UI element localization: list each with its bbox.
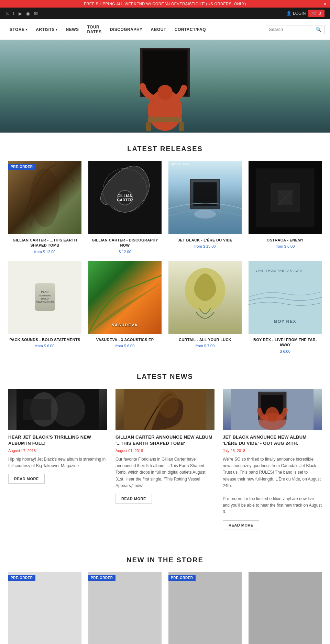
- product-card-os[interactable]: PRE-ORDER OSTRACA - ENEMY from $ 6.00: [249, 161, 322, 254]
- cart-count: 0: [319, 11, 321, 16]
- main-nav: STORE ▾ ARTISTS ▾ NEWS TOURDATES DISCOGR…: [0, 19, 330, 40]
- svg-point-24: [51, 392, 85, 427]
- close-banner-button[interactable]: ×: [324, 1, 327, 7]
- new-store-badge-1: PRE-ORDER: [8, 575, 35, 581]
- cart-icon: 🛒: [312, 11, 317, 16]
- product-image-br: BOY REX LIVE! FROM THE FAR-AWAY: [249, 261, 322, 334]
- new-store-card-3[interactable]: PRE-ORDER: [168, 572, 242, 644]
- product-name-va: VASUDEVA - 3 ACOUSTICS EP: [88, 337, 162, 342]
- product-price-ps: from $ 6.00: [8, 344, 81, 348]
- twitter-link[interactable]: 𝕏: [6, 11, 9, 16]
- cart-button[interactable]: 🛒 0: [308, 10, 324, 17]
- nav-artists[interactable]: ARTISTS ▾: [32, 20, 62, 39]
- svg-rect-6: [179, 122, 184, 131]
- news-card-2: GILLIAN CARTER ANNOUNCE NEW ALBUM '...TH…: [116, 389, 214, 530]
- product-image-os: PRE-ORDER: [249, 161, 322, 234]
- artists-dropdown-arrow: ▾: [56, 28, 58, 31]
- nav-about[interactable]: ABOUT: [147, 20, 170, 39]
- email-link[interactable]: ✉: [34, 11, 38, 16]
- promo-banner: FREE SHIPPING ALL WEEKEND W/ CODE 'ALOEV…: [0, 0, 330, 8]
- hero-banner: [0, 40, 330, 133]
- news-date-2: August 01, 2018: [116, 449, 214, 453]
- product-price-gc2: $ 12.00: [88, 250, 162, 254]
- login-link[interactable]: 👤 LOGIN: [286, 11, 306, 16]
- svg-point-7: [30, 168, 59, 227]
- news-card-1: HEAR JET BLACK'S THRILLING NEW ALBUM IN …: [8, 389, 107, 530]
- new-store-card-4[interactable]: [249, 572, 322, 644]
- product-price-os: from $ 6.00: [249, 244, 322, 248]
- product-name-ps: PACK SOUNDS - BOLD STATEMENTS: [8, 337, 81, 342]
- product-card-ps[interactable]: PACK SOUNDSBOLDSTATEMENTS PACK SOUNDS - …: [8, 261, 81, 353]
- svg-point-12: [194, 210, 216, 219]
- new-store-badge-2: PRE-ORDER: [88, 575, 116, 581]
- news-title-3: JET BLACK ANNOUNCE NEW ALBUM 'L'ÈRE DU V…: [223, 434, 322, 447]
- social-icons-group: 𝕏 f ▶ ◉ ✉: [6, 11, 38, 16]
- product-name-jb: JET BLACK - L'ÈRE DU VIDE: [168, 238, 242, 243]
- news-body-1: Hip hip hooray! Jet Black's new album is…: [8, 456, 107, 469]
- nav-store[interactable]: STORE ▾: [6, 20, 32, 39]
- news-body-3: We're SO so thrilled to finally announce…: [223, 456, 322, 516]
- read-more-button-3[interactable]: READ MorE: [223, 520, 259, 530]
- read-more-button-2[interactable]: READ MorE: [116, 494, 152, 504]
- hero-art: [0, 40, 330, 133]
- news-card-3: JET BLACK ANNOUNCE NEW ALBUM 'L'ÈRE DU V…: [223, 389, 322, 530]
- product-card-gc1[interactable]: PRE-ORDER GILLIAN CARTER - ...THIS EARTH…: [8, 161, 81, 254]
- new-store-badge-3: PRE-ORDER: [168, 575, 196, 581]
- news-image-2: [116, 389, 214, 430]
- news-title-1: HEAR JET BLACK'S THRILLING NEW ALBUM IN …: [8, 434, 107, 447]
- youtube-link[interactable]: ▶: [19, 11, 22, 16]
- read-more-button-1[interactable]: READ MoRE: [8, 474, 45, 484]
- promo-text: FREE SHIPPING ALL WEEKEND W/ CODE 'ALOEV…: [84, 2, 246, 6]
- news-image-1: [8, 389, 107, 430]
- svg-rect-11: [193, 182, 217, 206]
- latest-releases-section: LATEST RELEASES PRE-ORDER GILLIAN CARTER…: [0, 145, 330, 360]
- product-name-gc2: GILLIAN CARTER - DISCOGRAPHY NOW: [88, 238, 162, 248]
- new-store-card-2[interactable]: PRE-ORDER: [88, 572, 162, 644]
- new-store-image-2: PRE-ORDER: [88, 572, 162, 644]
- new-store-image-3: PRE-ORDER: [168, 572, 242, 644]
- svg-rect-4: [148, 117, 182, 122]
- product-name-cu: CURTAIL - ALL YOUR LUCK: [168, 337, 242, 342]
- news-date-3: July 23, 2018: [223, 449, 322, 453]
- new-store-image-1: PRE-ORDER: [8, 572, 81, 644]
- svg-rect-25: [23, 399, 51, 420]
- news-date-1: August 17, 2018: [8, 449, 107, 453]
- instagram-link[interactable]: ◉: [26, 11, 30, 16]
- product-price-jb: from $ 13.00: [168, 244, 242, 248]
- product-card-br[interactable]: BOY REX LIVE! FROM THE FAR-AWAY BOY REX …: [249, 261, 322, 353]
- search-icon[interactable]: 🔍: [316, 27, 321, 32]
- nav-tour-dates[interactable]: TOURDATES: [83, 18, 106, 41]
- nav-contact[interactable]: CONTACT/FAQ: [170, 20, 210, 39]
- store-dropdown-arrow: ▾: [26, 28, 28, 31]
- svg-rect-5: [146, 122, 151, 131]
- svg-point-32: [265, 407, 279, 422]
- news-body-2: Our favorite Floridians in Gillian Carte…: [116, 456, 214, 489]
- facebook-link[interactable]: f: [13, 11, 14, 16]
- news-image-3: [223, 389, 322, 430]
- new-store-image-4: [249, 572, 322, 644]
- product-card-cu[interactable]: CURTAIL - ALL YOUR LUCK from $ 7.00: [168, 261, 242, 353]
- search-input[interactable]: [269, 27, 314, 32]
- product-card-gc2[interactable]: GILLIANCARTER GILLIAN CARTER - DISCOGRAP…: [88, 161, 162, 254]
- product-image-cu: [168, 261, 242, 334]
- product-image-gc1: PRE-ORDER: [8, 161, 81, 234]
- nav-discography[interactable]: DISCOGRAPHY: [106, 20, 147, 39]
- new-store-card-1[interactable]: PRE-ORDER: [8, 572, 81, 644]
- svg-text:LIVE! FROM THE FAR-AWAY: LIVE! FROM THE FAR-AWAY: [256, 269, 303, 272]
- product-price-va: from $ 6.00: [88, 344, 162, 348]
- svg-text:BOY REX: BOY REX: [274, 319, 296, 324]
- user-icon: 👤: [286, 11, 292, 16]
- news-title-2: GILLIAN CARTER ANNOUNCE NEW ALBUM '...TH…: [116, 434, 214, 447]
- product-name-gc1: GILLIAN CARTER - ...THIS EARTH SHAPED TO…: [8, 238, 81, 248]
- new-in-store-section: NEW IN THE STORE PRE-ORDER PRE-ORDER PRE…: [0, 556, 330, 644]
- nav-links: STORE ▾ ARTISTS ▾ NEWS TOURDATES DISCOGR…: [6, 18, 210, 41]
- account-actions: 👤 LOGIN 🛒 0: [286, 10, 324, 17]
- hero-illustration: [96, 42, 234, 131]
- new-store-grid: PRE-ORDER PRE-ORDER PRE-ORDER: [0, 572, 330, 644]
- latest-releases-title: LATEST RELEASES: [0, 145, 330, 153]
- product-card-va[interactable]: VASUDEVA VASUDEVA - 3 ACOUSTICS EP from …: [88, 261, 162, 353]
- product-card-jb[interactable]: JET BLACK JET BLACK - L'ÈRE DU VIDE from…: [168, 161, 242, 254]
- product-name-br: BOY REX - LIVE! FROM THE FAR-AWAY: [249, 337, 322, 348]
- nav-news[interactable]: NEWS: [62, 20, 83, 39]
- pack-sounds-can: PACK SOUNDSBOLDSTATEMENTS: [35, 283, 55, 311]
